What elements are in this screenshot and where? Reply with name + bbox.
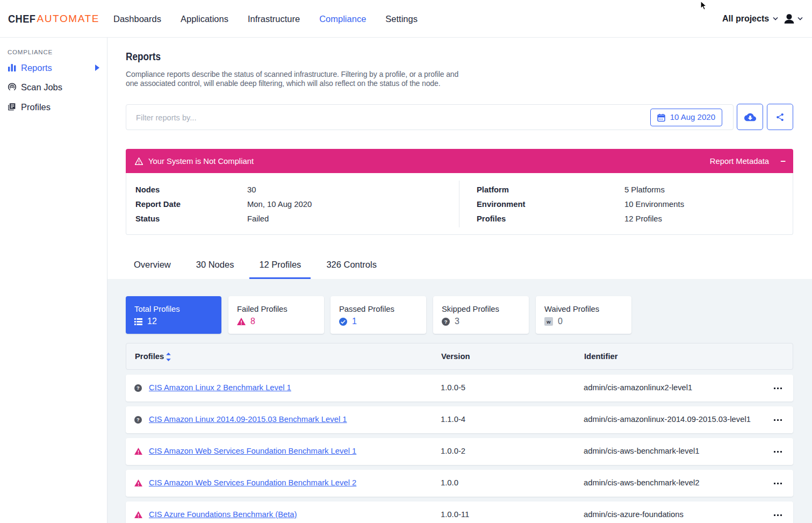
svg-text:?: ? bbox=[136, 417, 139, 422]
svg-text:w: w bbox=[546, 319, 551, 325]
svg-text:?: ? bbox=[444, 319, 448, 324]
svg-text:?: ? bbox=[136, 385, 139, 391]
